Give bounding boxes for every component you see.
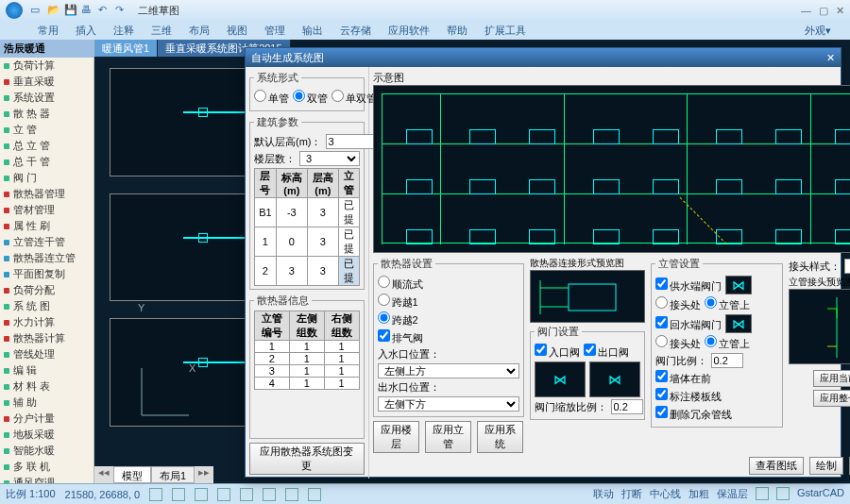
menu-item[interactable]: 常用: [38, 24, 59, 38]
menu-item[interactable]: 注释: [113, 24, 134, 38]
radio-joint-supply[interactable]: 接头处: [655, 296, 701, 312]
sidebar-item[interactable]: 负荷分配: [0, 282, 94, 298]
chk-wall[interactable]: 墙体在前: [655, 370, 711, 386]
radio-cross2[interactable]: 跨越2: [378, 311, 418, 328]
status-icon[interactable]: [308, 488, 321, 501]
menu-item[interactable]: 扩展工具: [484, 24, 526, 38]
menu-item[interactable]: 插入: [76, 24, 96, 38]
radio-single[interactable]: 单管: [254, 90, 289, 106]
chk-inlet-valve[interactable]: 入口阀: [535, 344, 580, 360]
qat-new-icon[interactable]: ▭: [30, 4, 43, 17]
sidebar-item[interactable]: 地板采暖: [0, 427, 94, 443]
sidebar-item[interactable]: 辅 助: [0, 395, 94, 411]
dialog-close-button[interactable]: ✕: [826, 52, 835, 64]
chk-exhaust[interactable]: 排气阀: [378, 329, 423, 345]
sidebar-item[interactable]: 立管连干管: [0, 234, 94, 250]
sidebar-item[interactable]: 智能水暖: [0, 443, 94, 459]
chk-outlet-valve[interactable]: 出口阀: [584, 344, 629, 360]
tab-nav-icon[interactable]: ◂◂: [94, 466, 113, 483]
menu-item[interactable]: 应用软件: [388, 24, 430, 38]
apply-current-riser-button[interactable]: 应用当前立管: [813, 370, 851, 387]
qat-redo-icon[interactable]: ↷: [115, 4, 128, 17]
status-icon[interactable]: [240, 488, 253, 501]
sidebar-item[interactable]: 总 干 管: [0, 154, 94, 170]
layout-tab[interactable]: 布局1: [151, 466, 195, 483]
chk-mark[interactable]: 标注楼板线: [655, 388, 722, 404]
radio-cross1[interactable]: 跨越1: [378, 294, 418, 310]
qat-undo-icon[interactable]: ↶: [98, 4, 111, 17]
status-scale[interactable]: 比例 1:100: [6, 487, 56, 501]
apply-system-button[interactable]: 应用系统: [477, 421, 523, 453]
qat-print-icon[interactable]: 🖶: [81, 4, 94, 17]
minimize-button[interactable]: —: [801, 5, 811, 17]
sidebar-item[interactable]: 通风空调: [0, 475, 94, 483]
status-icon[interactable]: [149, 488, 162, 501]
apply-radiator-change-button[interactable]: 应用散热器系统图变更: [249, 443, 365, 475]
sidebar-item[interactable]: 垂直采暖: [0, 74, 94, 90]
sidebar-item[interactable]: 平面图复制: [0, 266, 94, 282]
sidebar-item[interactable]: 负荷计算: [0, 58, 94, 74]
sidebar-item[interactable]: 立 管: [0, 122, 94, 138]
apply-floor-button[interactable]: 应用楼层: [373, 421, 419, 453]
valve-icon[interactable]: ⋈: [725, 314, 752, 333]
sidebar-item[interactable]: 散热器管理: [0, 186, 94, 202]
floor-table[interactable]: 层号标高(m)层高(m)立管 B1-33已提 103已提 233已提: [254, 168, 360, 286]
sidebar-item[interactable]: 多 联 机: [0, 459, 94, 475]
doc-tab[interactable]: 暖通风管1: [94, 40, 158, 57]
status-toggle[interactable]: 打断: [621, 487, 642, 501]
dialog-title-bar[interactable]: 自动生成系统图 ✕: [246, 48, 841, 67]
sidebar-item[interactable]: 材 料 表: [0, 378, 94, 395]
maximize-button[interactable]: ▢: [819, 5, 828, 17]
sidebar-item[interactable]: 散热器计算: [0, 330, 94, 346]
radio-double[interactable]: 双管: [293, 90, 328, 106]
menu-item[interactable]: 视图: [227, 24, 247, 38]
status-icon[interactable]: [172, 488, 185, 501]
sidebar-item[interactable]: 总 立 管: [0, 138, 94, 154]
tab-nav-icon[interactable]: ▸▸: [195, 466, 213, 483]
menu-item[interactable]: 布局: [189, 24, 210, 38]
sidebar-item[interactable]: 散热器连立管: [0, 250, 94, 266]
chk-del[interactable]: 删除冗余管线: [655, 406, 732, 422]
radio-downflow[interactable]: 顺流式: [378, 276, 423, 292]
menu-item[interactable]: 输出: [302, 24, 323, 38]
sidebar-item[interactable]: 系统设置: [0, 90, 94, 106]
outlet-select[interactable]: 左侧下方: [378, 396, 519, 412]
chk-return-valve[interactable]: 回水端阀门: [655, 316, 722, 332]
sidebar-item[interactable]: 管线处理: [0, 346, 94, 362]
radio-joint-return[interactable]: 接头处: [655, 335, 701, 351]
valve-icon[interactable]: ⋈: [725, 276, 752, 294]
sidebar-item[interactable]: 属 性 刷: [0, 218, 94, 234]
status-icon[interactable]: [756, 487, 769, 500]
appearance-menu[interactable]: 外观▾: [805, 24, 831, 38]
riser-valve-scale-input[interactable]: [711, 353, 743, 368]
view-drawing-button[interactable]: 查看图纸: [749, 457, 804, 475]
valve-icon[interactable]: ⋈: [589, 361, 640, 397]
sidebar-item[interactable]: 散 热 器: [0, 106, 94, 122]
sidebar-item[interactable]: 管材管理: [0, 202, 94, 218]
apply-whole-system-button[interactable]: 应用整个系统: [813, 390, 851, 407]
valve-scale-input[interactable]: [611, 399, 643, 414]
menu-item[interactable]: 管理: [264, 24, 285, 38]
menu-item[interactable]: 三维: [151, 24, 172, 38]
status-icon[interactable]: [263, 488, 276, 501]
qat-open-icon[interactable]: 📂: [47, 4, 60, 17]
chk-supply-valve[interactable]: 供水端阀门: [655, 277, 722, 294]
apply-riser-button[interactable]: 应用立管: [425, 421, 471, 453]
status-toggle[interactable]: 联动: [593, 487, 614, 501]
model-tab[interactable]: 模型: [113, 466, 151, 483]
sidebar-item[interactable]: 水力计算: [0, 314, 94, 330]
status-icon[interactable]: [217, 488, 230, 501]
status-toggle[interactable]: 保温层: [717, 487, 748, 501]
qat-save-icon[interactable]: 💾: [64, 4, 77, 17]
riser-table[interactable]: 立管编号左侧组数右侧组数 111 211 311 411: [254, 311, 360, 390]
close-button[interactable]: ✕: [836, 5, 844, 17]
radio-onpipe-return[interactable]: 立管上: [705, 335, 750, 351]
menu-item[interactable]: 帮助: [447, 24, 468, 38]
menu-item[interactable]: 云存储: [340, 24, 371, 38]
joint-style-select[interactable]: 接头2: [844, 259, 851, 274]
inlet-select[interactable]: 左侧上方: [378, 363, 519, 378]
status-icon[interactable]: [776, 487, 790, 500]
status-icon[interactable]: [285, 488, 298, 501]
status-toggle[interactable]: 中心线: [650, 487, 681, 501]
status-toggle[interactable]: 加粗: [688, 487, 709, 501]
